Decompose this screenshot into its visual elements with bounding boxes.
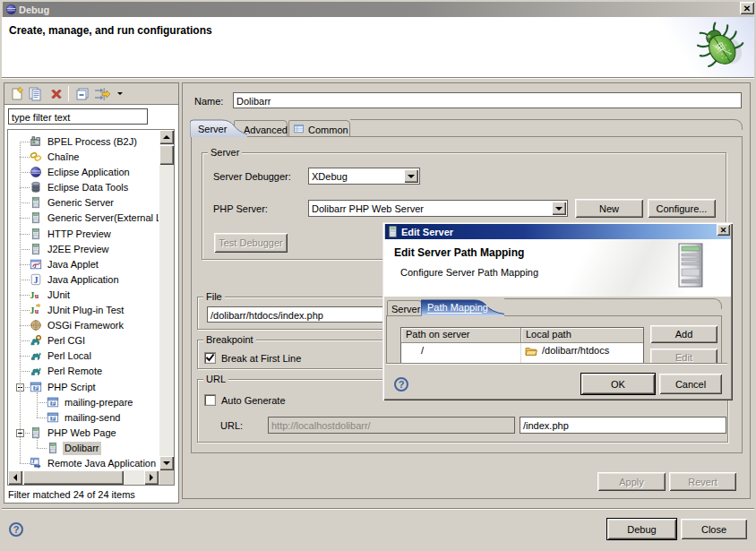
scroll-right-icon[interactable]: [144, 470, 159, 485]
cell-path-on-server[interactable]: /: [401, 343, 521, 359]
cell-path-on-server[interactable]: [401, 359, 521, 363]
close-button[interactable]: Close: [681, 519, 747, 539]
tree-item-label[interactable]: Remote Java Application: [46, 457, 158, 470]
tab-common-label[interactable]: Common: [308, 125, 348, 135]
filter-icon[interactable]: [94, 87, 110, 101]
tree-item-label[interactable]: Eclipse Data Tools: [46, 181, 130, 194]
tab-advanced-label[interactable]: Advanced: [244, 125, 288, 135]
new-config-icon[interactable]: [10, 87, 24, 101]
ok-button[interactable]: OK: [581, 374, 655, 394]
tree-item-label[interactable]: J2EE Preview: [46, 243, 110, 256]
tree-item-generic-server-external-launcher-[interactable]: Generic Server(External Launcher): [8, 211, 159, 226]
tree-item-label[interactable]: Eclipse Application: [46, 166, 132, 179]
tree-hscrollbar-thumb[interactable]: [23, 470, 124, 485]
dropdown-caret-icon[interactable]: [117, 92, 123, 95]
dialog-help-icon[interactable]: ?: [394, 377, 408, 392]
tree-item-php-script[interactable]: PHP Script: [8, 380, 159, 395]
table-row[interactable]: [401, 359, 643, 363]
name-input[interactable]: Dolibarr: [233, 92, 742, 108]
tree-item-java-application[interactable]: Java Application: [8, 272, 159, 288]
scroll-up-icon[interactable]: [159, 130, 174, 144]
tree-item-label[interactable]: PHP Web Page: [46, 426, 118, 440]
tree-item-generic-server[interactable]: Generic Server: [8, 195, 159, 211]
duplicate-icon[interactable]: [28, 87, 42, 101]
server-icon: [30, 243, 42, 255]
add-button[interactable]: Add: [650, 325, 717, 343]
tree-item-label[interactable]: OSGi Framework: [46, 319, 125, 332]
eclipse-icon: [30, 166, 42, 178]
column-local-path[interactable]: Local path: [521, 328, 643, 343]
tree-item-perl-remote[interactable]: Perl Remote: [8, 364, 159, 379]
debug-button[interactable]: Debug: [607, 519, 676, 539]
tree-connector: [20, 218, 30, 219]
tree-item-label[interactable]: Java Applet: [46, 258, 100, 271]
help-icon[interactable]: ?: [9, 522, 23, 537]
tree-item-osgi-framework[interactable]: OSGi Framework: [8, 318, 159, 333]
cell-local-path[interactable]: /dolibarr/htdocs: [521, 343, 643, 359]
tree-connector: [20, 310, 30, 311]
bpel-icon: [30, 135, 42, 148]
tree-item-label[interactable]: PHP Script: [46, 381, 98, 394]
tree-item-label[interactable]: mailing-send: [63, 411, 122, 425]
tree-item-cha-ne[interactable]: Chaîne: [8, 150, 159, 165]
tree-item-junit[interactable]: JUnit: [8, 288, 159, 303]
edit-server-dialog: Edit Server ✕ Edit Server Path Mapping C…: [382, 222, 733, 400]
tree-item-label[interactable]: BPEL Process (B2J): [46, 135, 139, 149]
tree-item-junit-plug-in-test[interactable]: JUnit Plug-in Test: [8, 303, 159, 318]
revert-button[interactable]: Revert: [669, 472, 736, 491]
tree-item-eclipse-data-tools[interactable]: Eclipse Data Tools: [8, 180, 159, 195]
dialog-tab-path-mapping-label[interactable]: Path Mapping: [427, 302, 488, 313]
cancel-button[interactable]: Cancel: [659, 374, 722, 394]
tree-item-dolibarr[interactable]: Dolibarr: [8, 441, 159, 456]
scroll-down-icon[interactable]: [159, 456, 174, 470]
scroll-left-icon[interactable]: [8, 470, 22, 485]
tab-common[interactable]: Common: [288, 120, 350, 136]
tree-item-mailing-prepare[interactable]: mailing-prepare: [8, 395, 159, 410]
tree-item-php-web-page[interactable]: PHP Web Page: [8, 426, 159, 441]
cell-local-path[interactable]: [521, 359, 643, 363]
tree-item-http-preview[interactable]: HTTP Preview: [8, 227, 159, 242]
tree-item-label[interactable]: Perl Remote: [46, 365, 104, 378]
edit-button[interactable]: Edit: [650, 349, 717, 363]
dialog-close-icon[interactable]: ✕: [717, 224, 730, 236]
tree-item-eclipse-application[interactable]: Eclipse Application: [8, 165, 159, 180]
tree-item-label[interactable]: mailing-prepare: [63, 396, 134, 409]
tree-toolbar: [4, 83, 178, 105]
tree-connector: [20, 463, 30, 464]
tree-item-bpel-process-b2j-[interactable]: BPEL Process (B2J): [8, 134, 159, 150]
tree-item-label[interactable]: Java Application: [46, 273, 121, 287]
tree-connector: [20, 234, 30, 235]
page-title: Create, manage, and run configurations: [9, 24, 212, 37]
column-path-on-server[interactable]: Path on server: [401, 328, 521, 343]
tab-server-label[interactable]: Server: [198, 124, 227, 134]
tree-item-label[interactable]: Perl CGI: [46, 334, 87, 348]
tree-vscrollbar[interactable]: [159, 130, 174, 470]
tree-item-perl-cgi[interactable]: Perl CGI: [8, 333, 159, 349]
close-icon[interactable]: ✕: [740, 2, 754, 14]
tree-item-label[interactable]: Dolibarr: [63, 442, 101, 455]
tree-item-label[interactable]: HTTP Preview: [46, 228, 113, 241]
apply-button[interactable]: Apply: [597, 472, 666, 491]
tree-item-j2ee-preview[interactable]: J2EE Preview: [8, 242, 159, 257]
filter-input[interactable]: type filter text: [8, 108, 148, 125]
tree-item-mailing-send[interactable]: mailing-send: [8, 410, 159, 426]
delete-icon[interactable]: [49, 87, 64, 101]
tree-connector: [20, 202, 30, 203]
dialog-tab-server[interactable]: Server: [387, 300, 422, 315]
tree-item-label[interactable]: Perl Local: [46, 349, 93, 363]
dialog-tab-server-label[interactable]: Server: [391, 304, 420, 314]
table-row[interactable]: //dolibarr/htdocs: [401, 343, 643, 359]
tree-item-perl-local[interactable]: Perl Local: [8, 349, 159, 364]
tree-item-label[interactable]: Chaîne: [46, 151, 81, 164]
tree-item-label[interactable]: Generic Server: [46, 196, 116, 210]
tree-vscrollbar-thumb[interactable]: [159, 145, 174, 165]
japplet-icon: [30, 258, 42, 271]
server-icon: [387, 226, 399, 237]
tree-item-label[interactable]: JUnit Plug-in Test: [46, 304, 125, 317]
tree-item-label[interactable]: Generic Server(External Launcher): [46, 211, 159, 225]
tree-item-remote-java-application[interactable]: Remote Java Application: [8, 456, 159, 471]
tree-item-java-applet[interactable]: Java Applet: [8, 257, 159, 272]
dialog-heading: Edit Server Path Mapping: [394, 246, 524, 259]
tree-item-label[interactable]: JUnit: [46, 288, 72, 302]
collapse-all-icon[interactable]: [75, 87, 90, 101]
